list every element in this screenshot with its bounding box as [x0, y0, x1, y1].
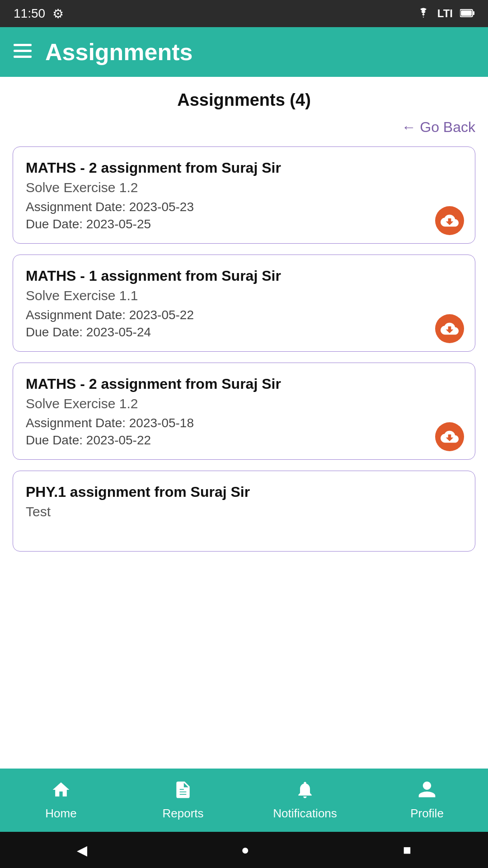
system-nav-bar: ◀ ● ■ — [0, 832, 488, 868]
download-button[interactable] — [435, 314, 464, 343]
assignment-card: MATHS - 2 assignment from Suraj Sir Solv… — [13, 146, 475, 244]
svg-rect-5 — [14, 56, 32, 58]
card-description: Solve Exercise 1.2 — [26, 396, 462, 411]
nav-item-notifications[interactable]: Notifications — [244, 769, 366, 832]
svg-rect-1 — [473, 11, 474, 15]
download-button[interactable] — [435, 206, 464, 235]
card-subject: MATHS - 2 assignment from Suraj Sir — [26, 160, 462, 176]
card-assignment-date: Assignment Date: 2023-05-23 — [26, 200, 462, 214]
card-due-date: Due Date: 2023-05-22 — [26, 433, 462, 448]
assignment-card-partial: PHY.1 assignment from Suraj Sir Test — [13, 471, 475, 552]
reports-icon — [173, 780, 193, 803]
nav-item-reports[interactable]: Reports — [122, 769, 244, 832]
go-back[interactable]: ← Go Back — [13, 119, 475, 136]
nav-item-home[interactable]: Home — [0, 769, 122, 832]
nav-item-profile[interactable]: Profile — [366, 769, 488, 832]
nav-label-profile: Profile — [410, 807, 444, 821]
page-title: Assignments (4) — [13, 90, 475, 110]
sys-back-button[interactable]: ◀ — [77, 842, 87, 858]
network-icon: LTI — [437, 7, 453, 20]
svg-rect-4 — [14, 50, 32, 52]
download-button[interactable] — [435, 422, 464, 451]
settings-icon: ⚙ — [52, 6, 64, 21]
card-assignment-date: Assignment Date: 2023-05-18 — [26, 416, 462, 430]
home-icon — [51, 780, 71, 803]
card-subject: PHY.1 assignment from Suraj Sir — [26, 484, 462, 500]
battery-icon — [460, 6, 474, 21]
nav-label-reports: Reports — [162, 807, 203, 821]
nav-label-home: Home — [45, 807, 76, 821]
bell-icon — [295, 780, 315, 803]
go-back-link[interactable]: ← Go Back — [401, 119, 475, 135]
card-due-date: Due Date: 2023-05-25 — [26, 217, 462, 231]
status-bar: 11:50 ⚙ LTI — [0, 0, 488, 27]
card-description: Solve Exercise 1.1 — [26, 288, 462, 303]
card-assignment-date: Assignment Date: 2023-05-22 — [26, 308, 462, 322]
card-description: Solve Exercise 1.2 — [26, 180, 462, 195]
main-content: Assignments (4) ← Go Back MATHS - 2 assi… — [0, 77, 488, 814]
status-left: 11:50 ⚙ — [14, 6, 64, 21]
menu-icon[interactable] — [14, 43, 32, 61]
nav-label-notifications: Notifications — [273, 807, 337, 821]
status-right: LTI — [417, 6, 474, 21]
card-subject: MATHS - 2 assignment from Suraj Sir — [26, 376, 462, 392]
svg-rect-3 — [14, 44, 32, 46]
app-bar: Assignments — [0, 27, 488, 77]
bottom-navigation: Home Reports Notifications Profile — [0, 769, 488, 832]
card-subject: MATHS - 1 assignment from Suraj Sir — [26, 268, 462, 284]
assignment-card: MATHS - 2 assignment from Suraj Sir Solv… — [13, 363, 475, 460]
sys-recent-button[interactable]: ■ — [403, 842, 411, 858]
status-time: 11:50 — [14, 6, 45, 21]
svg-rect-2 — [461, 10, 472, 16]
card-due-date: Due Date: 2023-05-24 — [26, 325, 462, 340]
app-bar-title: Assignments — [45, 38, 193, 66]
sys-home-button[interactable]: ● — [241, 842, 249, 858]
wifi-icon — [417, 6, 430, 21]
person-icon — [417, 780, 437, 803]
card-description: Test — [26, 504, 462, 519]
assignment-card: MATHS - 1 assignment from Suraj Sir Solv… — [13, 255, 475, 352]
